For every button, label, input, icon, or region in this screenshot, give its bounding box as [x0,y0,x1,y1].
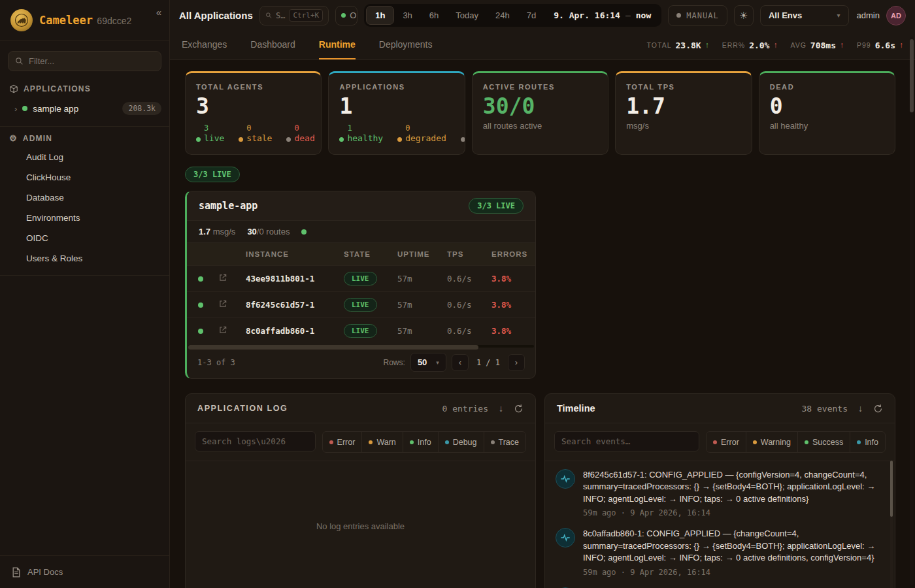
filter-trace[interactable]: Trace [484,432,526,452]
filter-success[interactable]: Success [797,432,850,452]
app-log-header: APPLICATION LOG 0 entries ↓ [186,394,535,423]
table-header-row: INSTANCE STATE UPTIME TPS ERRORS H [187,243,536,265]
range-7d[interactable]: 7d [518,6,544,25]
errors: 3.8% [488,318,536,344]
global-search-input[interactable]: S… Ctrl+K [259,6,329,25]
horizontal-scrollbar[interactable] [188,345,534,348]
cube-icon [9,84,18,93]
instance-status-dot [198,302,203,308]
activity-pulse-icon [556,528,575,547]
next-page-button[interactable]: › [508,354,525,371]
sidebar-item-database[interactable]: Database [0,188,169,208]
theme-toggle-button[interactable]: ☀ [734,5,754,26]
online-label: O [350,10,356,20]
filter-error[interactable]: Error [323,432,362,452]
instance-status-dot [198,329,203,334]
filter-warn[interactable]: Warn [361,432,402,452]
download-icon[interactable]: ↓ [499,403,503,414]
sidebar-item-clickhouse[interactable]: ClickHouse [0,167,169,188]
filter-warning[interactable]: Warning [746,432,797,452]
healthy-dot [339,137,344,142]
tab-exchanges[interactable]: Exchanges [182,31,227,59]
download-icon[interactable]: ↓ [858,403,863,414]
app-panel-stats: 1.7 msg/s 30/0 routes [187,221,535,243]
sidebar-item-audit-log[interactable]: Audit Log [0,147,169,167]
timeline-event[interactable]: 8c0affadb860-1: CONFIG_APPLIED — {change… [556,528,882,576]
log-level-filters: Error Warn Info Debug Trace [322,431,526,453]
page-scrollbar[interactable] [910,37,914,585]
range-24h[interactable]: 24h [487,6,518,25]
sidebar-item-sample-app[interactable]: › sample app 208.3k [0,97,169,120]
live-summary-badge: 3/3 LIVE [185,167,240,182]
expand-chevron-icon[interactable]: › [14,104,17,114]
manual-mode-button[interactable]: MANUAL [668,5,727,26]
stat-err: ERR% 2.0% ↑ [722,41,778,50]
log-search-input[interactable]: Search logs\u2026 [195,431,316,451]
substat-healthy: 1healthy [339,123,383,144]
timeline-scrollbar[interactable] [890,461,893,588]
time-separator: — [625,10,631,20]
scrollbar-thumb[interactable] [890,461,893,517]
table-row[interactable]: 8c0affadb860-1 LIVE 57m 0.6/s 3.8% 5 [187,318,536,344]
filter-info[interactable]: Info [850,432,885,452]
brand-name: Cameleer [39,14,93,27]
event-search-input[interactable]: Search events… [554,431,699,451]
sidebar-item-environments[interactable]: Environments [0,208,169,228]
api-docs-link[interactable]: API Docs [0,555,169,588]
filter-debug[interactable]: Debug [438,432,484,452]
empty-log-message: No log entries available [186,521,535,531]
avatar[interactable]: AD [886,6,906,25]
external-link-icon[interactable] [218,273,227,282]
sidebar-collapse-icon[interactable]: « [156,7,161,18]
manual-dot [676,13,681,18]
time-to: now [636,10,651,20]
time-range-group: 1h 3h 6h Today 24h 7d 9. Apr. 16:14 — no… [364,4,661,27]
tab-runtime[interactable]: Runtime [319,31,356,59]
tab-dashboard[interactable]: Dashboard [250,31,295,59]
tab-deployments[interactable]: Deployments [379,31,433,59]
tps: 0.6/s [443,265,488,291]
sidebar-item-users-roles[interactable]: Users & Roles [0,248,169,269]
instance-id: 43ee9811b801-1 [242,265,340,291]
sidebar: Cameleer 69dcce2 « Filter... APPLICATION… [0,0,170,588]
filter-error[interactable]: Error [707,432,746,452]
external-link-icon[interactable] [218,299,227,308]
substat-critical: 0critical [461,123,465,144]
app-panel-header[interactable]: sample-app 3/3 LIVE [187,191,535,221]
range-6h[interactable]: 6h [421,6,447,25]
instances-table: INSTANCE STATE UPTIME TPS ERRORS H 43ee9… [187,243,536,344]
sidebar-item-oidc[interactable]: OIDC [0,228,169,248]
refresh-icon[interactable] [514,404,524,414]
search-icon [15,57,24,65]
range-1h[interactable]: 1h [366,6,394,25]
range-today[interactable]: Today [447,6,487,25]
environment-select[interactable]: All Envs ▾ [760,5,849,26]
table-row[interactable]: 43ee9811b801-1 LIVE 57m 0.6/s 3.8% 2 [187,265,536,291]
card-active-routes: ACTIVE ROUTES 30/0 all routes active [472,71,608,155]
chevron-down-icon: ▾ [837,12,840,19]
scrollbar-thumb[interactable] [910,39,914,112]
rows-per-page-select[interactable]: 50 ▾ [410,353,446,372]
time-range-display[interactable]: 9. Apr. 16:14 — now [544,10,655,20]
instance-id: 8f6245c61d57-1 [242,291,340,318]
refresh-icon[interactable] [873,404,883,414]
timeline-event[interactable]: 8f6245c61d57-1: CONFIG_APPLIED — {config… [556,469,882,517]
online-status-button[interactable]: O [335,6,358,25]
timeline-controls: Search events… Error Warning Success Inf… [545,423,895,461]
trend-up-icon: ↑ [899,41,903,50]
table-row[interactable]: 8f6245c61d57-1 LIVE 57m 0.6/s 3.8% 5 [187,291,536,318]
instance-id: 8c0affadb860-1 [242,318,340,344]
external-link-icon[interactable] [218,325,227,335]
range-3h[interactable]: 3h [394,6,420,25]
row-range: 1-3 of 3 [197,358,235,367]
header: All Applications S… Ctrl+K O 1h 3h 6h To… [170,0,915,60]
filter-info[interactable]: Info [403,432,438,452]
user-name: admin [857,10,880,20]
app-panel-title: sample-app [199,200,258,212]
scrollbar-thumb[interactable] [188,345,478,350]
activity-pulse-icon [556,469,575,489]
sidebar-filter-input[interactable]: Filter... [8,51,161,71]
app-status-dot [22,106,27,111]
prev-page-button[interactable]: ‹ [452,354,469,371]
state-badge: LIVE [344,324,377,338]
